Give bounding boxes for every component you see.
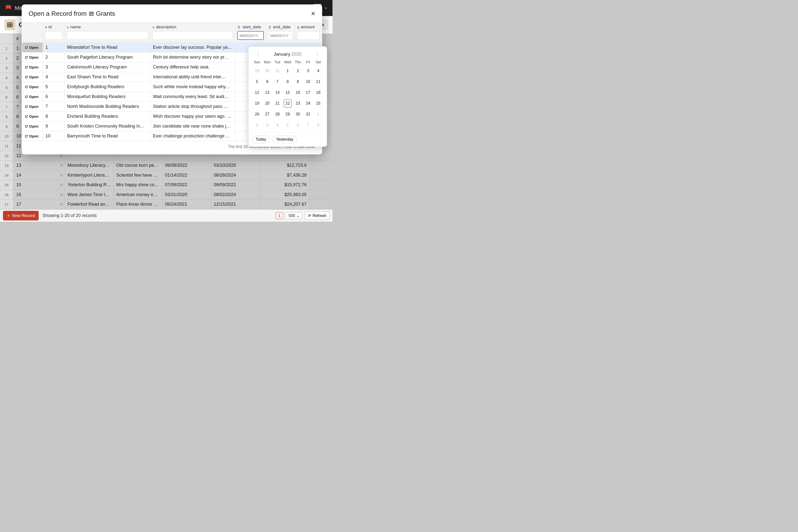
cell-description: Ever discover lay success. Popular ya… [151, 43, 235, 53]
cell-amount: $24,207.67 [260, 200, 309, 209]
open-record-button[interactable]: Open [25, 104, 40, 109]
open-record-button[interactable]: Open [22, 43, 43, 53]
calendar-day[interactable]: 15 [284, 89, 291, 97]
cell-id: 1 [43, 43, 64, 53]
new-record-button[interactable]: ＋ New Record [3, 211, 39, 221]
open-record-button[interactable]: Open [25, 134, 40, 138]
today-shortcut[interactable]: Today [252, 136, 270, 143]
calendar-day[interactable]: 12 [253, 89, 261, 97]
table-row[interactable]: 17 17 ⧉ Fowlerfurt Read and … Place know… [0, 200, 332, 210]
open-record-button[interactable]: Open [25, 65, 40, 69]
cell-id: 3 [43, 62, 64, 72]
open-record-button[interactable]: Open [25, 85, 40, 89]
filter-name-input[interactable] [67, 31, 149, 40]
calendar-day[interactable]: 4 [274, 121, 282, 129]
svg-rect-0 [7, 23, 12, 27]
calendar-day[interactable]: 22 [284, 99, 291, 108]
filter-id-input[interactable] [45, 31, 62, 40]
calendar-day[interactable]: 4 [314, 67, 322, 75]
page-number[interactable]: 1 [276, 212, 283, 219]
external-link-icon[interactable]: ⧉ [60, 193, 63, 197]
calendar-day[interactable]: 2 [253, 121, 261, 129]
calendar-day[interactable]: 29 [284, 110, 291, 118]
calendar-day[interactable]: 29 [253, 67, 261, 75]
calendar-day[interactable]: 8 [314, 121, 322, 129]
calendar-day[interactable]: 31 [304, 110, 312, 118]
column-description[interactable]: ≡description [151, 23, 235, 43]
column-id[interactable]: id [43, 23, 64, 43]
table-row[interactable]: 14 14 ⧉ Kimberlyport Literac… Scientist … [0, 170, 332, 180]
calendar-day[interactable]: 17 [304, 89, 312, 97]
page-size-select[interactable]: 500 ⌄ [286, 212, 302, 219]
calendar-day[interactable]: 7 [274, 78, 282, 86]
calendar-day[interactable]: 5 [253, 78, 261, 86]
cell-description: Wait community every least. Sit audi… [151, 92, 235, 102]
filter-amount-input[interactable] [297, 31, 320, 40]
calendar-day[interactable]: 9 [294, 78, 302, 86]
calendar-day[interactable]: 6 [263, 78, 271, 86]
calendar-day[interactable]: 18 [314, 89, 322, 97]
external-link-icon[interactable]: ⧉ [60, 173, 63, 177]
external-link-icon[interactable]: ⧉ [60, 202, 63, 206]
open-record-button[interactable]: Open [25, 95, 40, 99]
cell-name: Kimberlyport Literac… [65, 170, 114, 180]
calendar-day[interactable]: 20 [263, 99, 271, 108]
calendar-day[interactable]: 6 [294, 121, 302, 129]
column-amount[interactable]: $amount [295, 23, 322, 43]
cell-name: Ericland Building Readers [64, 112, 151, 121]
calendar-day[interactable]: 31 [274, 67, 282, 75]
modal-title: Open a Record from Grants [28, 10, 115, 18]
yesterday-shortcut[interactable]: Yesterday [272, 136, 297, 143]
row-number: 4 [0, 73, 13, 82]
calendar-day[interactable]: 7 [304, 121, 312, 129]
calendar-day[interactable]: 14 [274, 89, 282, 97]
table-row[interactable]: 13 13 ⧉ Moorebury Literacy … Old course … [0, 160, 332, 170]
prev-month-button[interactable]: 〈 [253, 51, 261, 58]
external-link-icon[interactable]: ⧉ [60, 183, 63, 187]
settings-chevron-icon[interactable]: ▾ [324, 6, 328, 10]
column-start-date[interactable]: 🗓start_date [235, 23, 266, 43]
calendar-day[interactable]: 1 [284, 67, 291, 75]
cell-description: Join candidate site near none shake j… [151, 121, 235, 131]
calendar-day[interactable]: 10 [304, 78, 312, 86]
calendar-day[interactable]: 30 [294, 110, 302, 118]
calendar-day[interactable]: 16 [294, 89, 302, 97]
calendar-day[interactable]: 27 [263, 110, 271, 118]
close-button[interactable]: ✕ [311, 11, 315, 17]
open-record-button[interactable]: Open [25, 114, 40, 118]
text-icon: ≡ [152, 25, 155, 29]
app-name: Ma [15, 5, 22, 11]
external-link-icon [25, 134, 28, 138]
filter-start-date-input[interactable] [237, 31, 264, 40]
calendar-day[interactable]: 3 [263, 121, 271, 129]
filter-description-input[interactable] [152, 31, 233, 40]
calendar-day[interactable]: 1 [314, 110, 322, 118]
calendar-day[interactable]: 21 [274, 99, 282, 108]
calendar-day[interactable]: 24 [304, 99, 312, 108]
open-record-button[interactable]: Open [25, 55, 40, 59]
cell-amount: $25,983.05 [260, 190, 309, 200]
open-record-button[interactable]: Open [25, 124, 40, 128]
open-record-button[interactable]: Open [25, 75, 40, 79]
calendar-day[interactable]: 5 [284, 121, 291, 129]
calendar-day[interactable]: 30 [263, 67, 271, 75]
calendar-day[interactable]: 25 [314, 99, 322, 108]
calendar-day[interactable]: 28 [274, 110, 282, 118]
calendar-day[interactable]: 11 [314, 78, 322, 86]
calendar-day[interactable]: 2 [294, 67, 302, 75]
calendar-day[interactable]: 26 [253, 110, 261, 118]
table-row[interactable]: 15 15 ⧉ Yoderton Building R… Mrs happy s… [0, 180, 332, 190]
column-end-date[interactable]: 🗓end_date [266, 23, 295, 43]
external-link-icon[interactable]: ⧉ [60, 163, 63, 168]
filter-end-date-input[interactable] [268, 31, 293, 40]
calendar-day[interactable]: 19 [253, 99, 261, 108]
calendar-day[interactable]: 23 [294, 99, 302, 108]
cell-end-date: 08/02/2024 [211, 190, 260, 200]
calendar-day[interactable]: 13 [263, 89, 271, 97]
calendar-day[interactable]: 3 [304, 67, 312, 75]
calendar-day[interactable]: 8 [284, 78, 291, 86]
table-row[interactable]: 16 16 ⧉ West James Time to … American mo… [0, 190, 332, 200]
next-month-button[interactable]: 〉 [315, 51, 322, 58]
refresh-button[interactable]: ⟳ Refresh [305, 212, 329, 220]
column-name[interactable]: ≡name [64, 23, 151, 43]
